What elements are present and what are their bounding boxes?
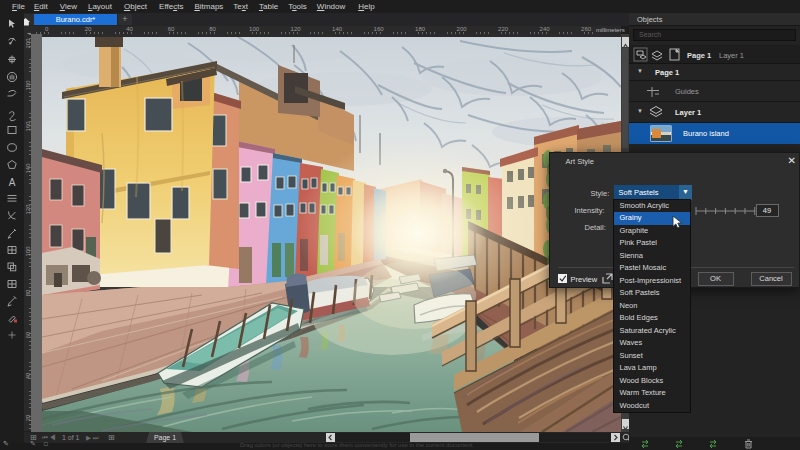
svg-text:A: A [9, 177, 16, 188]
svg-text:Layer 1: Layer 1 [719, 51, 744, 60]
svg-text:Page 1: Page 1 [687, 51, 711, 60]
